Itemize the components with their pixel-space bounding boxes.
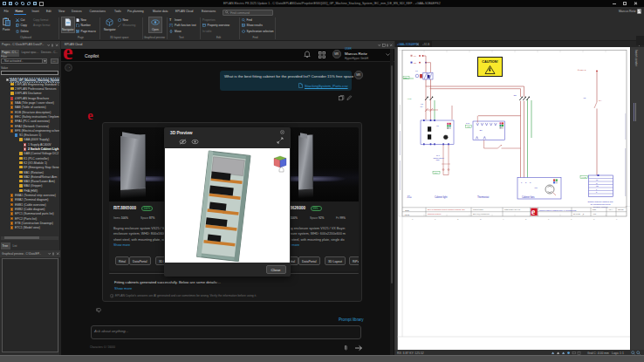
svg-text:+GAA: +GAA <box>608 208 613 210</box>
svg-text:e: e <box>87 113 93 120</box>
svg-text:-X1:1: -X1:1 <box>403 77 408 79</box>
svg-text:≤-WE4.2: ≤-WE4.2 <box>578 69 586 72</box>
svg-text:Rittal GmbH Co. KG: Rittal GmbH Co. KG <box>504 208 520 210</box>
svg-text:e: e <box>63 47 73 61</box>
svg-text:5.13: 5.13 <box>466 122 469 124</box>
svg-text:Appr: Appr <box>593 213 597 215</box>
svg-text:-X2:3: -X2:3 <box>466 126 470 127</box>
svg-text:-X1=: -X1= <box>407 195 412 199</box>
svg-text:e: e <box>531 208 535 216</box>
svg-text:Project name: Project name <box>473 208 484 210</box>
svg-text:Stacking System): Stacking System) <box>428 213 442 215</box>
svg-text:-X4:PE: -X4:PE <box>581 176 587 178</box>
svg-text:26.06.25: 26.06.25 <box>573 213 581 215</box>
svg-text:Cabinet fans: Cabinet fans <box>522 195 535 199</box>
svg-text:+S1.B: +S1.B <box>404 214 410 215</box>
svg-text:Switch Cabinet lighting and Ai: Switch Cabinet lighting and Air Conditio… <box>539 209 577 211</box>
svg-text:&EFS2: &EFS2 <box>618 208 624 210</box>
svg-text:Cabinet light: Cabinet light <box>435 195 448 199</box>
svg-text:Thermostat: Thermostat <box>477 195 489 199</box>
svg-text:=ESS: =ESS <box>404 209 409 211</box>
svg-text:lamp: lamp <box>436 159 440 161</box>
svg-text:CAUTION!: CAUTION! <box>482 60 498 64</box>
svg-text:-X1:2: -X1:2 <box>407 98 412 99</box>
